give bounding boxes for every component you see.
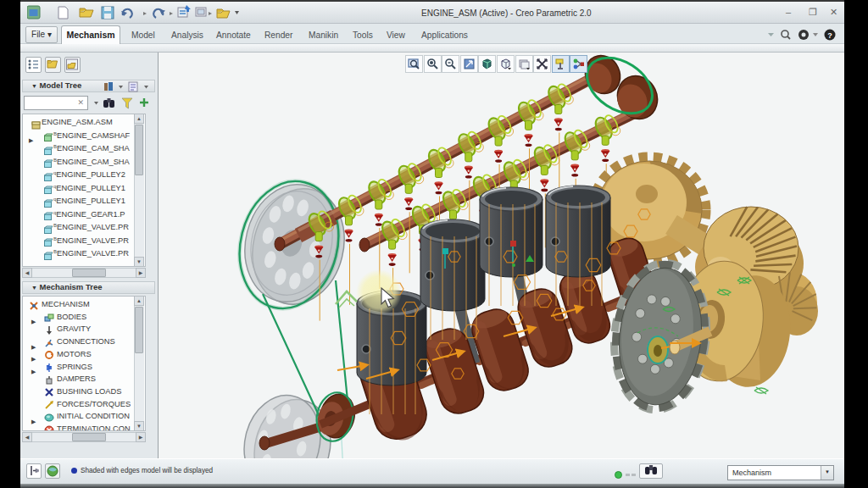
svg-text:?: ? xyxy=(827,31,832,40)
